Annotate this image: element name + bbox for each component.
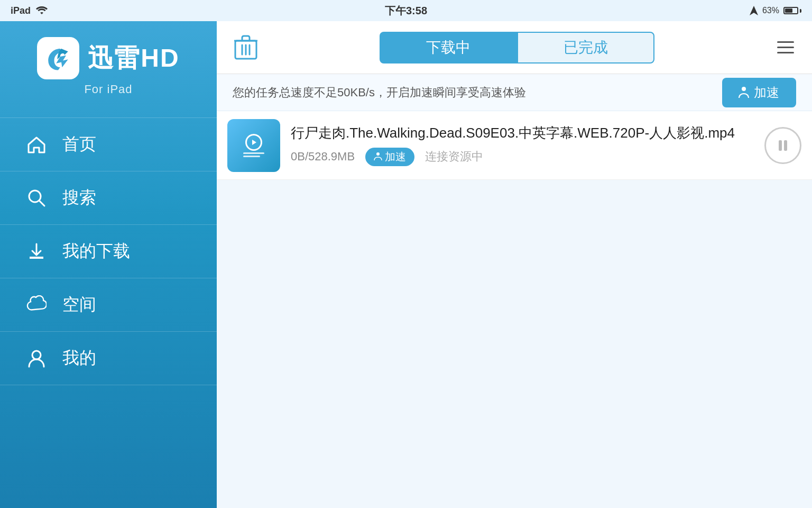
toolbar: 下载中 已完成 [217, 21, 812, 74]
ipad-label: iPad [11, 5, 31, 16]
svg-point-5 [32, 351, 41, 359]
sidebar-item-home[interactable]: 首页 [0, 117, 217, 171]
file-meta-row: 0B/528.9MB 加速 连接资源中 [291, 148, 754, 166]
download-item: 行尸走肉.The.Walking.Dead.S09E03.中英字幕.WEB.72… [217, 111, 812, 180]
svg-line-3 [40, 201, 44, 206]
sidebar: 迅雷HD For iPad 首页 [0, 21, 217, 508]
tab-downloading[interactable]: 下载中 [380, 32, 517, 64]
tab-completed[interactable]: 已完成 [517, 32, 654, 64]
file-info: 行尸走肉.The.Walking.Dead.S09E03.中英字幕.WEB.72… [291, 124, 754, 166]
download-icon [26, 241, 47, 261]
pause-button[interactable] [764, 127, 801, 164]
speed-button[interactable]: 加速 [722, 78, 796, 107]
tab-group: 下载中 已完成 [275, 32, 759, 64]
home-label: 首页 [62, 133, 96, 156]
accel-badge[interactable]: 加速 [365, 148, 414, 166]
svg-point-12 [376, 152, 380, 156]
status-left: iPad [11, 5, 48, 16]
svg-point-2 [29, 190, 41, 202]
app-logo-icon [37, 37, 79, 79]
svg-point-10 [742, 87, 746, 91]
download-list: 行尸走肉.The.Walking.Dead.S09E03.中英字幕.WEB.72… [217, 111, 812, 508]
hamburger-icon [777, 41, 794, 53]
status-bar: iPad 下午3:58 63% [0, 0, 812, 21]
svg-marker-11 [252, 140, 256, 145]
app-name: 迅雷HD [88, 41, 179, 75]
sidebar-item-space[interactable]: 空间 [0, 278, 217, 331]
sidebar-item-mine[interactable]: 我的 [0, 331, 217, 385]
svg-marker-0 [750, 6, 758, 15]
downloads-label: 我的下载 [62, 240, 130, 263]
file-icon [227, 119, 280, 172]
sidebar-item-search[interactable]: 搜索 [0, 171, 217, 224]
battery-percent: 63% [762, 6, 779, 15]
file-name: 行尸走肉.The.Walking.Dead.S09E03.中英字幕.WEB.72… [291, 124, 754, 142]
svg-rect-13 [779, 140, 782, 151]
connecting-status: 连接资源中 [425, 149, 483, 165]
battery-icon [783, 7, 801, 14]
status-time: 下午3:58 [385, 4, 427, 18]
wifi-icon [36, 6, 48, 15]
thunder-bird [42, 42, 74, 74]
accel-badge-label: 加速 [385, 150, 406, 164]
trash-button[interactable] [227, 29, 264, 66]
speed-banner: 您的任务总速度不足50KB/s，开启加速瞬间享受高速体验 加速 [217, 74, 812, 111]
file-size: 0B/528.9MB [291, 150, 355, 164]
speed-button-label: 加速 [754, 84, 779, 101]
user-icon [26, 348, 47, 368]
location-icon [750, 6, 758, 15]
svg-rect-4 [30, 257, 43, 259]
svg-rect-14 [784, 140, 787, 151]
play-circle-icon [245, 134, 262, 151]
sidebar-item-downloads[interactable]: 我的下载 [0, 224, 217, 278]
app-subtitle: For iPad [84, 83, 132, 96]
sidebar-nav: 首页 搜索 [0, 117, 217, 508]
content-area: 下载中 已完成 您的任务总速度不足50KB/s，开启加速瞬间享受高速体验 [217, 21, 812, 508]
speed-text: 您的任务总速度不足50KB/s，开启加速瞬间享受高速体验 [233, 85, 712, 101]
accel-icon [738, 86, 750, 99]
mine-label: 我的 [62, 347, 96, 370]
home-icon [26, 134, 47, 155]
accel-badge-icon [374, 152, 382, 161]
file-lines-icon [243, 152, 264, 157]
space-label: 空间 [62, 293, 96, 316]
search-label: 搜索 [62, 186, 96, 210]
cloud-icon [26, 295, 47, 315]
status-right: 63% [750, 6, 801, 15]
pause-icon [776, 138, 790, 153]
sidebar-logo: 迅雷HD For iPad [0, 21, 217, 117]
search-icon [26, 188, 47, 208]
menu-button[interactable] [770, 32, 801, 64]
